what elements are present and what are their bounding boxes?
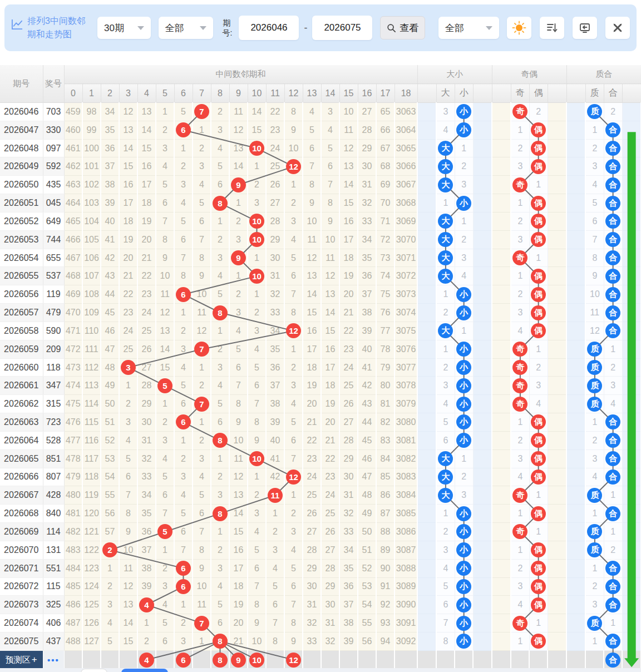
period-cell: 2026072 <box>0 577 43 596</box>
sum-cell: 2 <box>193 377 211 395</box>
period-cell: 2026055 <box>0 267 43 285</box>
spacer-cell <box>492 413 511 432</box>
sort-button[interactable] <box>540 17 564 39</box>
sum-cell: 7 <box>266 614 284 633</box>
sum-cell: 36 <box>339 577 358 596</box>
parity-circle: 偶 <box>531 634 546 649</box>
sum-cell: 11 <box>193 304 211 322</box>
filter-select[interactable]: 全部 <box>159 17 214 39</box>
sum-hit-circle: 8 <box>213 196 228 211</box>
prime-cell: 3 <box>585 596 604 614</box>
period-cell: 2026062 <box>0 395 43 413</box>
spacer-cell <box>492 194 511 213</box>
sum-cell: 1 <box>174 304 193 322</box>
prime-cell: 10 <box>585 285 604 304</box>
sum-cell: 33 <box>266 304 284 322</box>
edit-tools-button[interactable] <box>605 17 630 39</box>
sum-cell: 32 <box>303 614 321 633</box>
sum-cell: 5 <box>156 523 174 541</box>
prime-cell: 合 <box>604 304 622 322</box>
sum-cell: 122 <box>82 541 101 559</box>
mode-select[interactable]: 全部 <box>438 17 499 39</box>
size-circle: 小 <box>456 542 471 557</box>
sum-cell: 112 <box>82 358 101 377</box>
spacer-cell <box>417 449 436 468</box>
sum-cell: 49 <box>358 505 376 523</box>
period-cell: 2026053 <box>0 230 43 249</box>
sum-cell: 1 <box>284 340 303 358</box>
sum-cell: 14 <box>137 121 156 139</box>
size-cell: 小 <box>455 523 473 541</box>
spacer-cell <box>417 212 436 230</box>
view-button[interactable]: 查看 <box>380 16 425 39</box>
sum-hit-circle: 6 <box>176 561 191 576</box>
period-from-input[interactable] <box>239 16 299 40</box>
sum-cell: 13 <box>303 267 321 285</box>
prime-cell: 1 <box>585 559 604 577</box>
sum-cell: 68 <box>376 157 395 176</box>
parity-circle: 奇 <box>512 342 527 357</box>
spacer-cell <box>566 322 585 340</box>
screen-return-button[interactable] <box>573 17 597 39</box>
parity-cell: 1 <box>511 194 529 213</box>
prime-spacer-header <box>622 84 641 103</box>
sum-cell: 26 <box>303 505 321 523</box>
parity-cell: 奇 <box>511 176 529 194</box>
spacer-cell <box>622 468 641 486</box>
range-select[interactable]: 30期 <box>97 17 151 39</box>
prediction-area-button[interactable]: 预测区+ <box>0 650 43 669</box>
trend-table: 期号奖号中间数邻期和大小奇偶质合012345678910111213141516… <box>0 65 641 669</box>
parity-circle: 奇 <box>512 488 527 503</box>
spacer-cell <box>566 633 585 651</box>
sum-cell: 4 <box>193 176 211 194</box>
sum-cell: 19 <box>137 212 156 230</box>
sum-cell: 12 <box>119 103 137 121</box>
spacer-cell <box>492 633 511 651</box>
sum-cell: 38 <box>101 176 119 194</box>
sum-cell: 3 <box>248 505 266 523</box>
table-row: 2026073325486125313441115198673130375492… <box>0 596 641 614</box>
sum-cell: 17 <box>339 230 358 249</box>
pagination-button-primary[interactable] <box>121 669 168 672</box>
sum-cell: 94 <box>376 633 395 651</box>
sum-cell: 1 <box>174 431 193 449</box>
size-circle: 大 <box>438 177 453 192</box>
sum-cell: 3 <box>119 413 137 432</box>
sum-cell: 87 <box>376 505 395 523</box>
sum-cell: 8 <box>211 505 229 523</box>
sum-cell: 2 <box>174 614 193 633</box>
footer-cell <box>417 650 436 669</box>
sum-cell: 3078 <box>395 377 417 395</box>
sum-cell: 5 <box>174 103 193 121</box>
parity-cell: 1 <box>529 249 548 267</box>
prime-circle: 合 <box>605 159 620 174</box>
sum-hit-circle: 8 <box>213 634 228 649</box>
prime-prediction-circle: 合 <box>605 653 620 668</box>
sum-cell: 1 <box>266 505 284 523</box>
size-cell: 4 <box>436 395 455 413</box>
sum-cell: 2 <box>211 541 229 559</box>
spacer-cell <box>622 431 641 449</box>
spacer-cell <box>566 431 585 449</box>
table-row: 2026059209472111472526143725435117162340… <box>0 340 641 358</box>
size-circle: 小 <box>456 287 471 302</box>
sum-cell: 123 <box>82 559 101 577</box>
sum-cell: 17 <box>229 559 248 577</box>
more-options-button[interactable]: ••• <box>43 650 64 669</box>
parity-cell: 3 <box>511 157 529 176</box>
pagination-button-light[interactable] <box>81 669 107 672</box>
theme-sun-button[interactable] <box>507 17 531 39</box>
period-cell: 2026050 <box>0 176 43 194</box>
sum-cell: 31 <box>137 431 156 449</box>
spacer-cell <box>492 285 511 304</box>
sum-cell: 5 <box>156 614 174 633</box>
sum-cell: 26 <box>321 523 339 541</box>
parity-circle: 偶 <box>531 414 546 429</box>
sum-cell: 459 <box>64 103 82 121</box>
prime-cell: 3 <box>585 157 604 176</box>
spacer-cell <box>492 395 511 413</box>
footer-cell <box>548 650 566 669</box>
sum-cell: 11 <box>193 596 211 614</box>
period-to-input[interactable] <box>312 16 372 40</box>
spacer-cell <box>417 249 436 267</box>
